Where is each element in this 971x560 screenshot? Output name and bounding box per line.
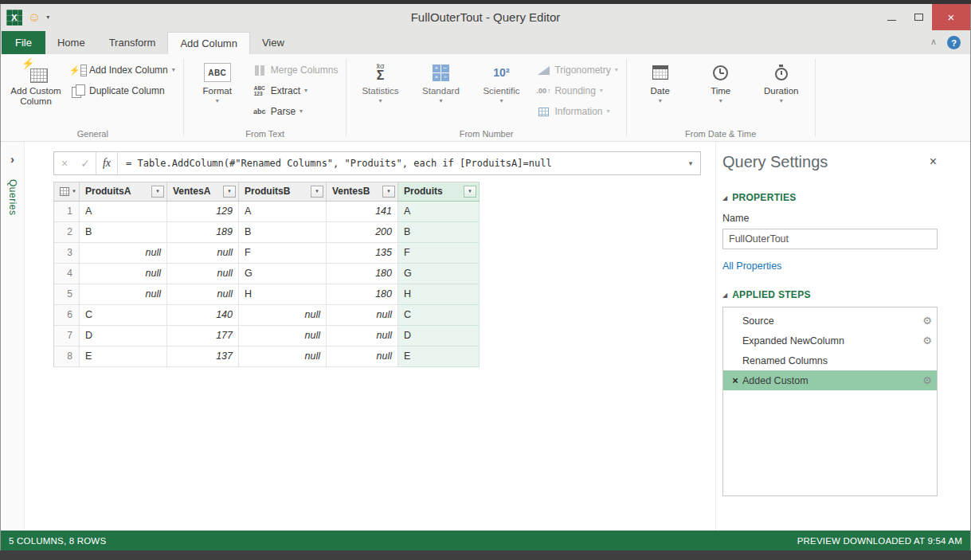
excel-app-icon[interactable]: X — [6, 10, 22, 25]
cell[interactable]: 189 — [167, 222, 239, 243]
cell[interactable]: null — [239, 347, 327, 367]
maximize-button[interactable] — [905, 4, 932, 30]
row-number[interactable]: 4 — [54, 264, 80, 284]
cell[interactable]: H — [398, 284, 480, 305]
applied-step-source[interactable]: Source ⚙ — [723, 311, 937, 331]
qat-dropdown-icon[interactable]: ▾ — [46, 14, 49, 21]
column-header-ventesb[interactable]: VentesB▼ — [327, 182, 398, 202]
column-header-produitsb[interactable]: ProduitsB▼ — [239, 182, 327, 202]
all-properties-link[interactable]: All Properties — [722, 260, 937, 272]
tab-view[interactable]: View — [250, 31, 296, 54]
formula-expand-icon[interactable]: ▾ — [681, 159, 700, 167]
cell[interactable]: G — [398, 264, 480, 284]
cell[interactable]: 135 — [327, 243, 398, 264]
gear-icon[interactable]: ⚙ — [922, 315, 932, 326]
row-number[interactable]: 7 — [54, 326, 80, 347]
cell[interactable]: null — [327, 326, 398, 347]
tab-add-column[interactable]: Add Column — [167, 32, 250, 54]
cell[interactable]: E — [398, 347, 480, 367]
help-icon[interactable]: ? — [947, 36, 961, 49]
cell[interactable]: null — [80, 264, 167, 284]
table-menu-button[interactable]: ▼ — [54, 182, 80, 202]
scientific-button[interactable]: 10² Scientific ▾ — [476, 58, 527, 104]
cell[interactable]: 129 — [167, 202, 239, 222]
tab-file[interactable]: File — [2, 31, 45, 54]
tab-home[interactable]: Home — [45, 31, 97, 54]
close-button[interactable]: × — [932, 4, 970, 30]
cell[interactable]: F — [398, 243, 480, 264]
cell[interactable]: C — [398, 305, 480, 326]
cell[interactable]: null — [80, 243, 167, 264]
cell[interactable]: G — [239, 264, 327, 284]
cell[interactable]: D — [398, 326, 480, 347]
collapse-ribbon-icon[interactable]: ∧ — [930, 37, 937, 46]
cell[interactable]: C — [80, 305, 167, 326]
merge-columns-button[interactable]: Merge Columns — [253, 61, 339, 79]
row-number[interactable]: 5 — [54, 284, 80, 305]
cell[interactable]: B — [398, 222, 480, 243]
cell[interactable]: null — [80, 284, 167, 305]
cell[interactable]: null — [167, 284, 239, 305]
cell[interactable]: H — [239, 284, 327, 305]
minimize-button[interactable] — [878, 4, 905, 30]
queries-pane-collapsed[interactable]: › Queries — [1, 142, 25, 531]
cell[interactable]: 140 — [167, 305, 239, 326]
cell[interactable]: 180 — [327, 264, 398, 284]
tab-transform[interactable]: Transform — [97, 31, 168, 54]
extract-button[interactable]: ABC123 Extract ▾ — [253, 82, 339, 100]
cell[interactable]: null — [167, 243, 239, 264]
delete-step-icon[interactable]: × — [728, 374, 742, 386]
date-button[interactable]: Date ▾ — [635, 58, 686, 104]
close-pane-icon[interactable]: × — [930, 155, 937, 168]
cell[interactable]: null — [327, 305, 398, 326]
format-button[interactable]: ABC Format ▾ — [192, 58, 243, 104]
standard-button[interactable]: +−×÷ Standard ▾ — [415, 58, 466, 104]
applied-step-renamed-columns[interactable]: Renamed Columns — [723, 350, 937, 370]
cell[interactable]: F — [239, 243, 327, 264]
cell[interactable]: B — [239, 222, 327, 243]
cell[interactable]: A — [239, 202, 327, 222]
add-index-column-button[interactable]: ⚡ Add Index Column ▾ — [71, 61, 175, 79]
row-number[interactable]: 6 — [54, 305, 80, 326]
query-name-input[interactable] — [722, 229, 938, 249]
column-header-produitsa[interactable]: ProduitsA▼ — [80, 182, 167, 202]
formula-input[interactable]: = Table.AddColumn(#"Renamed Columns", "P… — [118, 158, 681, 169]
cell[interactable]: A — [80, 202, 167, 222]
row-number[interactable]: 3 — [54, 243, 80, 264]
filter-icon[interactable]: ▼ — [311, 186, 323, 198]
trigonometry-button[interactable]: Trigonometry ▾ — [536, 61, 617, 79]
commit-formula-icon[interactable]: ✓ — [75, 157, 96, 170]
applied-step-added-custom-selected[interactable]: × Added Custom ⚙ — [723, 370, 937, 390]
gear-icon[interactable]: ⚙ — [922, 375, 932, 386]
cell[interactable]: 200 — [327, 222, 398, 243]
title-bar[interactable]: X ☺ ▾ FullOuterTout - Query Editor × — [1, 4, 970, 30]
properties-section-header[interactable]: ◢ PROPERTIES — [722, 192, 937, 203]
parse-button[interactable]: abc Parse ▾ — [253, 103, 339, 120]
applied-step-expanded-newcolumn[interactable]: Expanded NewColumn ⚙ — [723, 331, 937, 350]
cell[interactable]: 137 — [167, 347, 239, 367]
add-custom-column-button[interactable]: ⚡ Add Custom Column — [10, 58, 61, 107]
cancel-formula-icon[interactable]: × — [54, 157, 75, 170]
filter-icon[interactable]: ▼ — [382, 186, 395, 198]
fx-icon[interactable]: fx — [96, 157, 117, 170]
cell[interactable]: 180 — [327, 284, 398, 305]
duplicate-column-button[interactable]: Duplicate Column — [71, 82, 175, 100]
filter-icon[interactable]: ▼ — [151, 186, 164, 198]
cell[interactable]: null — [167, 264, 239, 284]
cell[interactable]: null — [327, 347, 398, 367]
cell[interactable]: E — [80, 347, 167, 367]
cell[interactable]: B — [80, 222, 167, 243]
cell[interactable]: 177 — [167, 326, 239, 347]
column-header-produits-selected[interactable]: Produits▼ — [398, 182, 480, 202]
time-button[interactable]: Time ▾ — [695, 58, 746, 104]
applied-steps-section-header[interactable]: ◢ APPLIED STEPS — [722, 289, 937, 300]
cell[interactable]: D — [80, 326, 167, 347]
cell[interactable]: null — [239, 305, 327, 326]
row-number[interactable]: 2 — [54, 222, 80, 243]
filter-icon[interactable]: ▼ — [223, 186, 236, 198]
cell[interactable]: 141 — [327, 202, 398, 222]
cell[interactable]: A — [398, 202, 480, 222]
row-number[interactable]: 8 — [54, 347, 80, 367]
statistics-button[interactable]: x̄σΣ Statistics ▾ — [354, 58, 405, 104]
gear-icon[interactable]: ⚙ — [922, 335, 932, 346]
